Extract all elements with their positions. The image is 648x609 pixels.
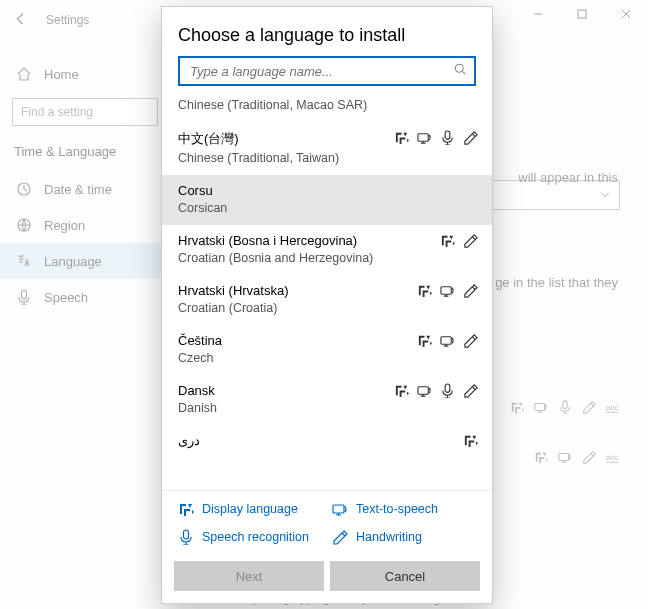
mic-icon: [440, 383, 455, 398]
nav-label: Region: [44, 218, 85, 233]
handwriting-icon: [582, 400, 596, 414]
language-features: [417, 333, 478, 348]
handwriting-icon: [463, 333, 478, 348]
language-english-name: Croatian (Croatia): [178, 301, 476, 315]
handwriting-icon: [582, 450, 596, 464]
legend-hand: Handwriting: [332, 529, 476, 545]
dialog-title: Choose a language to install: [162, 7, 492, 56]
sidebar-section-label: Time & Language: [14, 144, 158, 159]
window-title: Settings: [46, 13, 89, 27]
title-bar: Settings: [0, 0, 89, 40]
feature-legend: Display language Text-to-speech Speech r…: [162, 490, 492, 555]
language-icon: [16, 253, 32, 269]
nav-label: Language: [44, 254, 102, 269]
handwriting-icon: [332, 529, 348, 545]
nav-home[interactable]: Home: [12, 56, 158, 92]
mic-icon: [16, 289, 32, 305]
maximize-button[interactable]: [560, 0, 604, 28]
clock-icon: [16, 181, 32, 197]
nav-label: Date & time: [44, 182, 112, 197]
language-features: [440, 233, 478, 248]
language-search-input[interactable]: [178, 56, 476, 86]
display-icon: [394, 383, 409, 398]
home-icon: [16, 66, 32, 82]
language-english-name: Czech: [178, 351, 476, 365]
handwriting-icon: [463, 283, 478, 298]
display-icon: [417, 333, 432, 348]
language-item[interactable]: Hrvatski (Hrvatska)Croatian (Croatia): [162, 275, 492, 325]
nav-date-time[interactable]: Date & time: [12, 171, 158, 207]
legend-tts: Text-to-speech: [332, 501, 476, 517]
display-icon: [417, 283, 432, 298]
display-icon: [394, 130, 409, 145]
minimize-button[interactable]: [516, 0, 560, 28]
next-button[interactable]: Next: [174, 561, 324, 591]
language-native-name: Hrvatski (Bosna i Hercegovina): [178, 233, 476, 248]
tts-icon: [440, 283, 455, 298]
display-icon: [510, 400, 524, 414]
language-native-name: درى: [178, 433, 476, 448]
handwriting-icon: [463, 233, 478, 248]
mic-icon: [178, 529, 194, 545]
mic-icon: [440, 130, 455, 145]
language-item[interactable]: ČeštinaCzech: [162, 325, 492, 375]
nav-region[interactable]: Region: [12, 207, 158, 243]
language-english-name: Chinese (Traditional, Macao SAR): [178, 98, 476, 112]
tts-icon: [417, 130, 432, 145]
back-icon[interactable]: [14, 12, 28, 29]
close-button[interactable]: [604, 0, 648, 28]
display-icon: [440, 233, 455, 248]
language-english-name: Corsican: [178, 201, 476, 215]
display-icon: [463, 433, 478, 448]
globe-icon: [16, 217, 32, 233]
mic-icon: [558, 400, 572, 414]
handwriting-icon: [463, 130, 478, 145]
sidebar-search-input[interactable]: [12, 98, 158, 126]
language-item[interactable]: CorsuCorsican: [162, 175, 492, 225]
language-item[interactable]: درى: [162, 425, 492, 461]
language-list[interactable]: Chinese (Traditional, Macao SAR)中文(台灣)Ch…: [162, 94, 492, 490]
legend-speech: Speech recognition: [178, 529, 322, 545]
sidebar-search[interactable]: [12, 98, 158, 126]
display-icon: [178, 501, 194, 517]
tts-icon: [440, 333, 455, 348]
legend-display: Display language: [178, 501, 322, 517]
language-features: [394, 130, 478, 145]
nav-speech[interactable]: Speech: [12, 279, 158, 315]
tts-icon: [332, 501, 348, 517]
search-icon: [454, 63, 468, 77]
language-item[interactable]: Hrvatski (Bosna i Hercegovina)Croatian (…: [162, 225, 492, 275]
install-language-dialog: Choose a language to install Chinese (Tr…: [161, 6, 493, 604]
language-features: [463, 433, 478, 448]
cancel-button[interactable]: Cancel: [330, 561, 480, 591]
nav-label: Speech: [44, 290, 88, 305]
handwriting-icon: [463, 383, 478, 398]
abc-icon: [606, 400, 620, 414]
language-item[interactable]: DanskDanish: [162, 375, 492, 425]
language-features: [417, 283, 478, 298]
abc-icon: [606, 450, 620, 464]
tts-icon: [417, 383, 432, 398]
tts-icon: [558, 450, 572, 464]
language-native-name: Corsu: [178, 183, 476, 198]
tts-icon: [534, 400, 548, 414]
language-english-name: Croatian (Bosnia and Herzegovina): [178, 251, 476, 265]
language-features: [394, 383, 478, 398]
language-item[interactable]: Chinese (Traditional, Macao SAR): [162, 94, 492, 122]
language-english-name: Danish: [178, 401, 476, 415]
nav-language[interactable]: Language: [0, 243, 170, 279]
language-english-name: Chinese (Traditional, Taiwan): [178, 151, 476, 165]
language-item[interactable]: 中文(台灣)Chinese (Traditional, Taiwan): [162, 122, 492, 175]
nav-home-label: Home: [44, 67, 79, 82]
display-icon: [534, 450, 548, 464]
